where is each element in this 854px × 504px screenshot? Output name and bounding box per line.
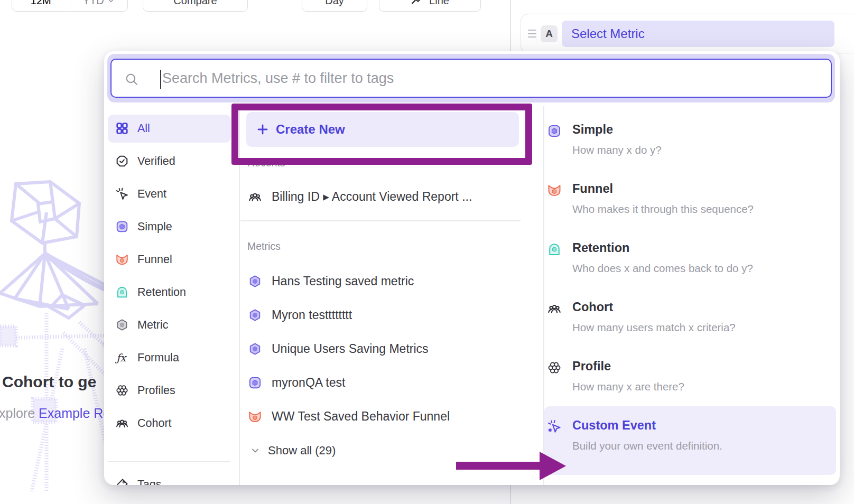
sidebar-item-simple[interactable]: Simple [104, 213, 236, 240]
range-ytd-label: YTD [83, 0, 104, 7]
type-title: Cohort [572, 300, 613, 314]
type-row-retention[interactable]: Retention Who does x and comes back to d… [544, 241, 839, 296]
sidebar-item-label: Simple [137, 220, 172, 234]
sidebar-item-event[interactable]: Event [104, 180, 236, 208]
sidebar-item-retention[interactable]: Retention [104, 278, 236, 306]
type-title: Custom Event [572, 418, 656, 433]
simple-metric-icon [547, 124, 562, 138]
sidebar-item-cohort[interactable]: Cohort [104, 409, 236, 437]
cohort-people-icon [115, 416, 129, 430]
chart-type-line-button[interactable]: Line [379, 0, 481, 12]
plus-icon [257, 124, 268, 135]
cohort-people-icon [248, 190, 262, 204]
sidebar-item-formula[interactable]: ƒx Formula [104, 344, 236, 371]
recents-section-label: Recents [247, 157, 285, 169]
sidebar-item-profiles[interactable]: Profiles [104, 377, 236, 404]
sidebar-item-all[interactable]: All [104, 115, 236, 142]
recents-divider [240, 220, 521, 221]
chevron-down-icon [250, 445, 261, 456]
line-label: Line [429, 0, 449, 7]
metric-item-label: Unique Users Saving Metrics [272, 342, 429, 356]
empty-state-illustration [0, 174, 111, 502]
sidebar-item-label: Event [137, 188, 166, 201]
type-title: Funnel [572, 182, 613, 196]
show-all-label: Show all (29) [268, 444, 336, 458]
funnel-icon [115, 253, 129, 266]
type-row-profile[interactable]: Profile How many x are there? [544, 359, 839, 414]
type-row-cohort[interactable]: Cohort How many users match x criteria? [544, 300, 839, 355]
example-reports-link[interactable]: Example Re [39, 406, 110, 421]
formula-icon: ƒx [115, 351, 129, 365]
type-row-funnel[interactable]: Funnel Who makes it through this sequenc… [544, 182, 839, 237]
create-new-label: Create New [276, 122, 345, 137]
recent-item-label: Billing ID ▸ Account Viewed Report ... [272, 190, 472, 204]
range-ytd-button[interactable]: YTD [70, 0, 128, 11]
retention-icon [115, 285, 129, 299]
type-description: How many x are there? [572, 380, 684, 393]
tag-icon [115, 478, 129, 485]
custom-event-cursor-icon [547, 419, 562, 434]
line-chart-icon [411, 0, 424, 7]
metric-item-label: Hans Testing saved metric [272, 274, 414, 288]
range-12m-label: 12M [31, 0, 51, 7]
position-badge: A [541, 25, 558, 42]
sidebar-item-verified[interactable]: Verified [104, 147, 236, 175]
sidebar-item-funnel[interactable]: Funnel [104, 246, 236, 273]
metrics-section-label: Metrics [247, 240, 281, 253]
event-cursor-icon [115, 187, 129, 201]
metric-list-item[interactable]: Unique Users Saving Metrics [239, 334, 543, 363]
sidebar-item-label: Retention [137, 286, 186, 299]
show-all-toggle[interactable]: Show all (29) [243, 440, 539, 461]
type-description: How many users match x criteria? [572, 321, 736, 334]
select-metric-label: Select Metric [571, 26, 645, 41]
svg-text:ƒx: ƒx [115, 352, 127, 364]
compare-label: Compare [173, 0, 217, 7]
recent-item-billing[interactable]: Billing ID ▸ Account Viewed Report ... [239, 182, 543, 211]
drag-handle-icon[interactable] [528, 30, 536, 38]
funnel-icon [547, 183, 562, 198]
sidebar-item-label: Tags [137, 478, 161, 486]
type-title: Profile [572, 359, 611, 374]
metric-hexagon-icon [115, 318, 129, 332]
sidebar-item-label: Metric [137, 319, 169, 332]
select-metric-button[interactable]: Select Metric [562, 21, 834, 47]
type-description: Who does x and comes back to do y? [572, 262, 753, 275]
type-row-simple[interactable]: Simple How many x do y? [544, 123, 839, 178]
metric-item-label: myronQA test [272, 376, 345, 390]
profiles-cluster-icon [547, 360, 562, 375]
empty-state-explore-line: xplore Example Re [0, 406, 110, 421]
metric-list-item[interactable]: Myron testttttttt [239, 301, 543, 329]
cohort-people-icon [547, 301, 562, 316]
type-description: Build your own event definition. [572, 440, 722, 452]
retention-icon [547, 242, 562, 257]
saved-metric-hexagon-icon [248, 274, 262, 288]
metric-item-label: Myron testttttttt [272, 308, 352, 322]
compare-button[interactable]: Compare [143, 0, 248, 12]
sidebar-item-metric[interactable]: Metric [104, 311, 236, 339]
create-new-button[interactable]: Create New [246, 112, 519, 147]
sidebar-section-divider [108, 461, 230, 462]
range-12m-button[interactable]: 12M [12, 0, 70, 11]
simple-metric-icon [115, 220, 129, 234]
simple-metric-icon [248, 376, 262, 390]
sidebar-item-label: Formula [137, 351, 179, 365]
sidebar-item-tags[interactable]: Tags [104, 471, 236, 485]
metric-list-item[interactable]: WW Test Saved Behavior Funnel [239, 402, 543, 431]
empty-state-headline-fragment: r Cohort to ge [0, 373, 96, 391]
metric-search [110, 59, 832, 98]
type-description: How many x do y? [572, 144, 662, 156]
sidebar-item-label: Funnel [137, 253, 172, 266]
sidebar-item-label: Cohort [137, 417, 172, 430]
saved-metric-hexagon-icon [248, 342, 262, 356]
select-metric-modal: All Verified Event Simple Funnel Retenti… [104, 51, 840, 485]
search-input[interactable] [112, 60, 831, 97]
day-granularity-button[interactable]: Day [302, 0, 367, 12]
explore-prefix: xplore [0, 406, 39, 421]
saved-metric-hexagon-icon [248, 308, 262, 322]
metric-list-item[interactable]: myronQA test [239, 368, 543, 397]
type-title: Simple [572, 123, 613, 137]
date-range-segmented-control[interactable]: 12M YTD [12, 0, 128, 12]
type-description: Who makes it through this sequence? [572, 203, 754, 216]
type-row-custom-event[interactable]: Custom Event Build your own event defini… [544, 418, 839, 473]
metric-list-item[interactable]: Hans Testing saved metric [239, 267, 543, 295]
